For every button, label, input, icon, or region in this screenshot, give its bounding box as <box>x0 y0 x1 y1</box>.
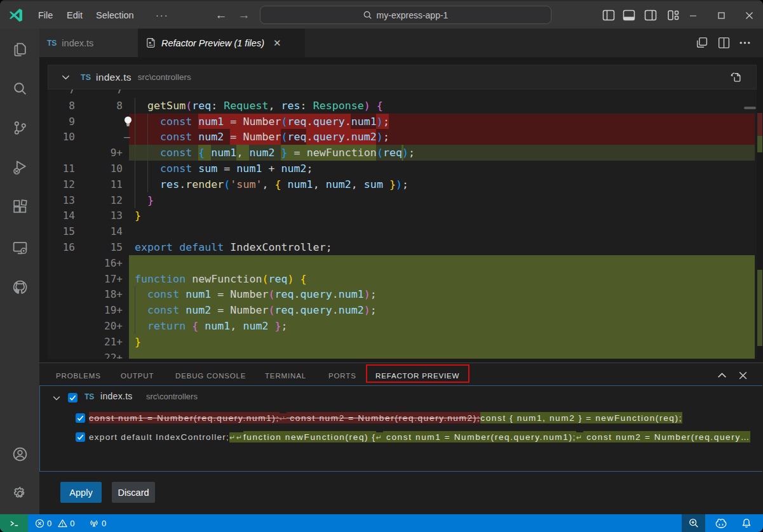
code-row[interactable]: 1312 } <box>48 192 757 208</box>
code-row[interactable]: 10— const num2 = Number(req.query.num2); <box>48 129 757 145</box>
code-row[interactable]: 88 getSum(req: Request, res: Response) { <box>48 98 757 114</box>
chevron-down-icon[interactable] <box>52 394 61 402</box>
panel-tab-ports[interactable]: PORTS <box>328 369 356 382</box>
old-line-number: 10 <box>48 129 75 145</box>
goto-file-icon[interactable] <box>730 71 742 83</box>
code-row[interactable]: 1413} <box>48 208 757 223</box>
remote-indicator[interactable] <box>0 514 28 532</box>
diff-file-header[interactable]: TS index.ts src\controllers <box>48 65 757 90</box>
toggle-secondary-sidebar-icon[interactable] <box>644 9 657 22</box>
new-line-number: 9+ <box>79 145 123 161</box>
minimize-button[interactable] <box>679 1 707 30</box>
new-line-number: 21+ <box>79 334 123 350</box>
code-row[interactable]: 17+function newFunction(req) { <box>48 271 757 287</box>
warning-icon <box>58 519 67 528</box>
customize-layout-icon[interactable] <box>667 9 680 22</box>
warning-count: 0 <box>70 519 74 528</box>
ts-icon: TS <box>81 73 91 82</box>
more-actions-icon[interactable] <box>738 36 752 50</box>
discard-button[interactable]: Discard <box>112 482 155 503</box>
old-line-number <box>48 302 75 318</box>
scrollbar-handle[interactable] <box>744 107 756 109</box>
search-icon[interactable] <box>11 80 29 97</box>
remote-explorer-icon[interactable] <box>11 239 29 256</box>
close-tab-icon[interactable]: ✕ <box>273 37 281 49</box>
maximize-button[interactable] <box>707 1 735 30</box>
lightbulb-icon[interactable] <box>123 116 133 128</box>
split-editor-icon[interactable] <box>717 36 731 50</box>
menu-overflow[interactable]: ··· <box>152 8 172 23</box>
checkbox-change[interactable] <box>76 413 85 423</box>
diff-file-path: src\controllers <box>138 72 191 82</box>
code-row[interactable]: 1110 const sum = num1 + num2; <box>48 161 757 176</box>
close-window-button[interactable] <box>735 1 763 30</box>
code-row[interactable]: 9+ const { num1, num2 } = newFunction(re… <box>48 145 757 161</box>
code-row[interactable]: 21+} <box>48 334 757 350</box>
zoom-status[interactable] <box>682 514 705 532</box>
code-row[interactable]: 1211 res.render('sum', { num1, num2, sum… <box>48 176 757 192</box>
panel-tab-debug-console[interactable]: DEBUG CONSOLE <box>175 369 246 382</box>
new-line-number <box>79 129 123 145</box>
old-line-number: 15 <box>48 223 75 239</box>
panel-close-icon[interactable] <box>738 370 748 381</box>
code-line-text: } <box>135 208 141 223</box>
problems-status[interactable]: 0 0 <box>35 514 74 532</box>
notifications-status[interactable] <box>735 514 758 532</box>
code-row[interactable]: 22+ <box>48 350 757 359</box>
tree-file-name: index.ts <box>100 391 133 401</box>
tree-change-row[interactable]: const num1 = Number(req.query.num1);↵ co… <box>39 409 763 427</box>
extensions-icon[interactable] <box>11 198 29 215</box>
open-changes-icon[interactable] <box>695 36 708 50</box>
menu-edit[interactable]: Edit <box>64 8 86 23</box>
apply-button[interactable]: Apply <box>60 482 102 503</box>
added-code-text: ↵ <box>576 432 583 442</box>
tab-index-ts[interactable]: TS index.ts <box>39 29 138 57</box>
menu-file[interactable]: File <box>35 8 56 23</box>
code-row[interactable]: 1615export default IndexController; <box>48 239 757 255</box>
added-code-text: const { num1, num2 } = newFunction(req); <box>480 412 682 423</box>
back-arrow-icon[interactable]: ← <box>213 8 229 23</box>
copilot-status[interactable] <box>710 514 733 532</box>
panel-tab-terminal[interactable]: TERMINAL <box>265 369 306 382</box>
code-row[interactable]: 1514 <box>48 223 757 239</box>
code-row[interactable]: 19+ const num2 = Number(req.query.num2); <box>48 302 757 318</box>
command-center-search[interactable]: my-express-app-1 <box>260 6 551 24</box>
code-row[interactable]: 16+ <box>48 255 757 271</box>
vscode-logo-icon <box>8 7 24 23</box>
settings-gear-icon[interactable] <box>11 485 29 502</box>
search-icon <box>363 11 372 20</box>
old-line-number <box>48 318 75 334</box>
old-line-number: 16 <box>48 239 75 255</box>
chevron-down-icon[interactable] <box>61 72 71 82</box>
run-debug-icon[interactable] <box>11 159 29 176</box>
old-line-number: 9 <box>48 114 75 130</box>
menu-selection[interactable]: Selection <box>93 8 137 23</box>
github-icon[interactable] <box>11 279 29 296</box>
tree-change-row[interactable]: export default IndexController;↵↵functio… <box>39 429 763 446</box>
account-icon[interactable] <box>11 446 29 463</box>
forward-arrow-icon[interactable]: → <box>236 8 252 23</box>
checkbox-file[interactable] <box>68 393 78 402</box>
tab-label: index.ts <box>62 38 93 48</box>
command-center-text: my-express-app-1 <box>377 10 449 20</box>
explorer-icon[interactable] <box>11 40 29 57</box>
source-control-icon[interactable] <box>11 119 29 136</box>
code-row[interactable]: 77 <box>48 90 757 98</box>
tree-file-row[interactable]: TS index.ts src\controllers <box>39 389 763 407</box>
toggle-panel-icon[interactable] <box>623 9 635 22</box>
overview-ruler[interactable] <box>757 57 763 362</box>
panel-tab-problems[interactable]: PROBLEMS <box>56 369 101 382</box>
code-row[interactable]: 9 const num1 = Number(req.query.num1); <box>48 114 757 130</box>
checkbox-change[interactable] <box>76 432 85 442</box>
panel-maximize-chevron-icon[interactable] <box>717 370 727 381</box>
tab-refactor-preview[interactable]: Refactor Preview (1 files) ✕ <box>138 29 305 57</box>
ports-status[interactable]: 0 <box>89 514 106 532</box>
panel-tab-output[interactable]: OUTPUT <box>121 369 154 382</box>
diff-code-area[interactable]: 7788 getSum(req: Request, res: Response)… <box>48 90 757 359</box>
code-line-text: const num2 = Number(req.query.num2); <box>135 129 389 145</box>
new-line-number: 15 <box>79 239 123 255</box>
ports-count: 0 <box>102 519 106 528</box>
toggle-sidebar-icon[interactable] <box>602 9 615 22</box>
code-row[interactable]: 20+ return { num1, num2 }; <box>48 318 757 334</box>
code-row[interactable]: 18+ const num1 = Number(req.query.num1); <box>48 286 757 302</box>
